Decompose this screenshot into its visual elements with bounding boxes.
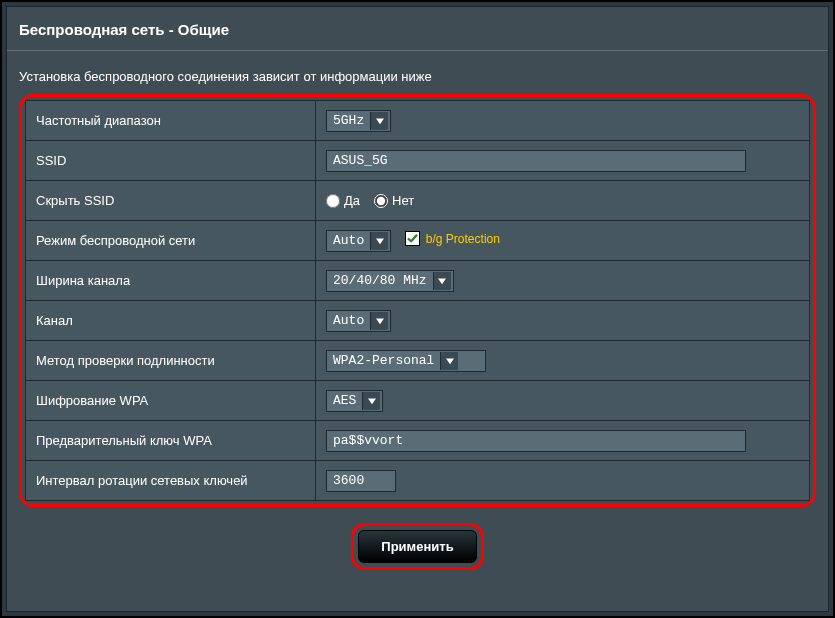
svg-marker-2: [438, 278, 446, 284]
label-mode: Режим беспроводной сети: [26, 221, 316, 261]
bg-protection-checkbox[interactable]: b/g Protection: [405, 231, 500, 246]
chevron-down-icon: [362, 392, 380, 410]
channel-width-value: 20/40/80 MHz: [329, 273, 433, 288]
bg-protection-label: b/g Protection: [426, 232, 500, 246]
channel-select[interactable]: Auto: [326, 310, 391, 332]
button-row: Применить: [7, 507, 828, 570]
label-width: Ширина канала: [26, 261, 316, 301]
chevron-down-icon: [370, 232, 388, 250]
label-band: Частотный диапазон: [26, 101, 316, 141]
auth-method-select[interactable]: WPA2-Personal: [326, 350, 486, 372]
svg-marker-1: [376, 238, 384, 244]
settings-table: Частотный диапазон 5GHz SSID С: [25, 100, 810, 501]
chevron-down-icon: [440, 352, 458, 370]
svg-marker-4: [446, 358, 454, 364]
apply-highlight-box: Применить: [351, 523, 483, 570]
divider: [7, 50, 828, 51]
label-wpa-key: Предварительный ключ WPA: [26, 421, 316, 461]
label-hide-ssid: Скрыть SSID: [26, 181, 316, 221]
hide-ssid-no-radio[interactable]: [374, 194, 388, 208]
label-channel: Канал: [26, 301, 316, 341]
label-ssid: SSID: [26, 141, 316, 181]
wpa-encryption-select[interactable]: AES: [326, 390, 383, 412]
chevron-down-icon: [370, 312, 388, 330]
rekey-interval-input[interactable]: [326, 470, 396, 492]
chevron-down-icon: [370, 112, 388, 130]
checkbox-checked-icon: [405, 231, 420, 246]
wpa-key-input[interactable]: [326, 430, 746, 452]
wpa-encryption-value: AES: [329, 393, 362, 408]
hide-ssid-no-label: Нет: [392, 193, 414, 208]
chevron-down-icon: [433, 272, 451, 290]
svg-marker-0: [376, 118, 384, 124]
hide-ssid-yes-label: Да: [344, 193, 360, 208]
hide-ssid-radio-group: Да Нет: [326, 193, 799, 208]
band-select[interactable]: 5GHz: [326, 110, 391, 132]
svg-marker-3: [376, 318, 384, 324]
auth-method-value: WPA2-Personal: [329, 353, 440, 368]
page-title: Беспроводная сеть - Общие: [7, 7, 828, 50]
mode-value: Auto: [329, 233, 370, 248]
wireless-general-panel: Беспроводная сеть - Общие Установка бесп…: [6, 6, 829, 612]
apply-button[interactable]: Применить: [358, 530, 476, 563]
label-auth: Метод проверки подлинности: [26, 341, 316, 381]
channel-value: Auto: [329, 313, 370, 328]
mode-select[interactable]: Auto: [326, 230, 391, 252]
label-wpa-enc: Шифрование WPA: [26, 381, 316, 421]
band-value: 5GHz: [329, 113, 370, 128]
hide-ssid-yes-radio[interactable]: [326, 194, 340, 208]
channel-width-select[interactable]: 20/40/80 MHz: [326, 270, 454, 292]
ssid-input[interactable]: [326, 150, 746, 172]
label-rekey: Интервал ротации сетевых ключей: [26, 461, 316, 501]
svg-marker-5: [368, 398, 376, 404]
settings-highlight-box: Частотный диапазон 5GHz SSID С: [19, 94, 816, 507]
page-subtitle: Установка беспроводного соединения завис…: [7, 69, 828, 94]
